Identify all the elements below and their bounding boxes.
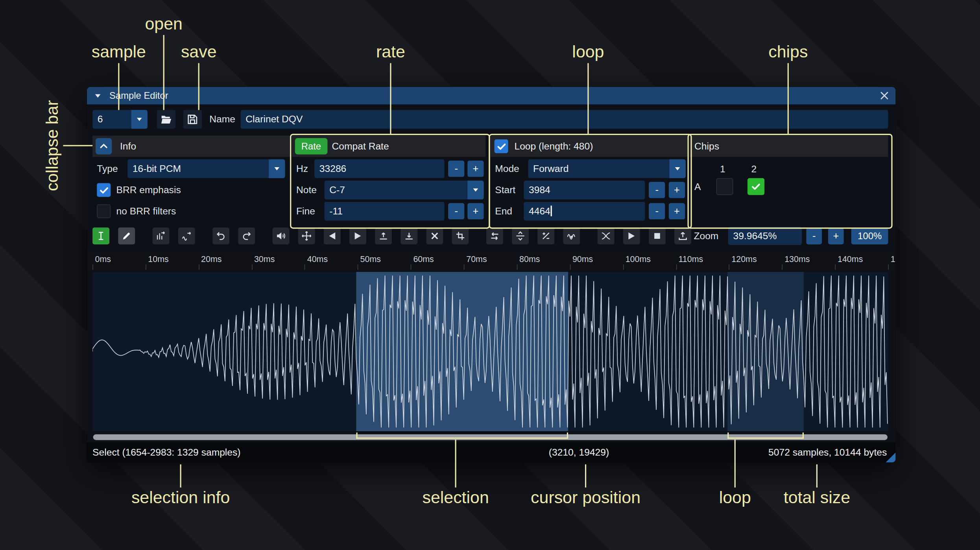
loop-start-minus-button[interactable]: - [649,182,665,198]
insert-silence-button[interactable] [375,227,392,244]
zoom-input[interactable]: 39.9645% [728,227,802,245]
status-cursor-position: (3210, 19429) [549,443,609,463]
type-combo[interactable]: 16-bit PCM [127,159,285,178]
amplify-button[interactable] [273,227,290,244]
ruler-label: 50ms [360,255,381,264]
fade-in-button[interactable] [324,227,341,244]
mode-label: Mode [495,159,519,178]
loop-end-input[interactable]: 4464 [524,202,645,221]
hz-input[interactable]: 33286 [314,159,444,178]
hz-minus-button[interactable]: - [448,161,464,177]
normalize-icon [301,231,312,241]
chip-1-checkbox[interactable] [716,178,733,195]
zoom-in-button[interactable]: + [828,228,844,244]
open-sample-button[interactable] [157,110,176,129]
ruler-label: 0ms [95,255,111,264]
annotation-loop-bottom: loop [719,488,751,508]
invert-icon [515,231,526,241]
tab-rate[interactable]: Rate [295,138,327,154]
filter-icon [566,231,577,241]
ruler-tick [199,264,199,270]
delete-button[interactable] [426,227,443,244]
loop-start-input[interactable]: 3984 [524,181,645,199]
save-icon [186,113,199,126]
ruler-tick [782,264,783,270]
ruler-tick [358,264,358,270]
filter-button[interactable] [563,227,580,244]
ruler-label: 70ms [466,255,487,264]
text-cursor [551,206,552,216]
note-combo[interactable]: C-7 [325,181,484,199]
resize-button[interactable] [153,227,170,244]
brr-emphasis-checkbox[interactable] [97,183,111,197]
fine-label: Fine [296,202,315,221]
trim-button[interactable] [452,227,469,244]
preview-button[interactable] [623,227,640,244]
zoom-out-button[interactable]: - [806,228,822,244]
annotation-line-chips [787,63,789,134]
crossfade-button[interactable] [598,227,615,244]
loop-label: Loop (length: 480) [514,136,593,157]
brr-emphasis-label: BRR emphasis [116,181,181,199]
zoom-reset-button[interactable]: 100% [851,228,888,244]
close-icon[interactable] [878,89,891,102]
loop-checkbox[interactable] [495,139,508,153]
no-brr-filters-checkbox[interactable] [97,204,111,218]
loop-end-plus-button[interactable]: + [669,203,685,219]
upload-icon [677,231,688,241]
invert-button[interactable] [512,227,529,244]
ruler-tick [252,264,253,270]
chevron-down-icon [669,159,685,178]
desktop-background: sample open save rate loop chips collaps… [0,0,980,550]
window-collapse-icon[interactable] [94,92,102,100]
check-icon [496,141,507,151]
ruler-label: 30ms [254,255,275,264]
save-sample-button[interactable] [183,110,202,129]
ruler-label: 40ms [307,255,328,264]
normalize-button[interactable] [298,227,315,244]
fade-in-icon [327,231,338,241]
import-button[interactable] [674,227,691,244]
ruler-tick [888,264,889,270]
check-icon [751,181,761,192]
name-label: Name [209,110,235,129]
waveform-display[interactable] [92,272,888,431]
chip-2-checkbox[interactable] [747,178,764,195]
reverse-button[interactable] [486,227,503,244]
loop-mode-combo[interactable]: Forward [528,159,685,178]
ruler-label: 20ms [201,255,221,264]
fine-plus-button[interactable]: + [467,203,484,219]
titlebar[interactable]: Sample Editor [87,87,896,104]
window-resize-grip[interactable] [886,452,895,462]
zoom-label: Zoom [694,227,718,246]
stop-button[interactable] [649,227,666,244]
fine-input[interactable]: -11 [325,202,445,221]
draw-mode-button[interactable] [118,227,135,244]
timeline-ruler: 0ms10ms20ms30ms40ms50ms60ms70ms80ms90ms1… [87,251,896,270]
sample-number-combo[interactable]: 6 [92,110,148,129]
no-brr-filters-label: no BRR filters [116,202,176,221]
resize-icon [156,231,166,241]
annotation-line-sample [118,63,120,110]
resample-button[interactable] [178,227,195,244]
sign-button[interactable] [537,227,554,244]
select-mode-button[interactable] [92,227,109,244]
chip-column-2: 2 [751,161,757,177]
info-panel-header: Info [92,136,291,157]
ruler-label: 150ms [891,255,896,264]
collapse-info-button[interactable] [96,138,112,154]
name-input[interactable]: Clarinet DQV [241,110,888,129]
undo-button[interactable] [212,227,229,244]
ruler-tick [623,264,624,270]
fade-out-button[interactable] [349,227,366,244]
annotation-open: open [145,15,183,34]
loop-end-minus-button[interactable]: - [649,203,665,219]
redo-button[interactable] [238,227,255,244]
tab-compat-rate[interactable]: Compat Rate [332,136,389,157]
ruler-tick [517,264,518,270]
fine-minus-button[interactable]: - [448,203,464,219]
loop-start-plus-button[interactable]: + [669,182,685,198]
hz-plus-button[interactable]: + [467,161,484,177]
ruler-tick [570,264,571,270]
apply-silence-button[interactable] [400,227,417,244]
